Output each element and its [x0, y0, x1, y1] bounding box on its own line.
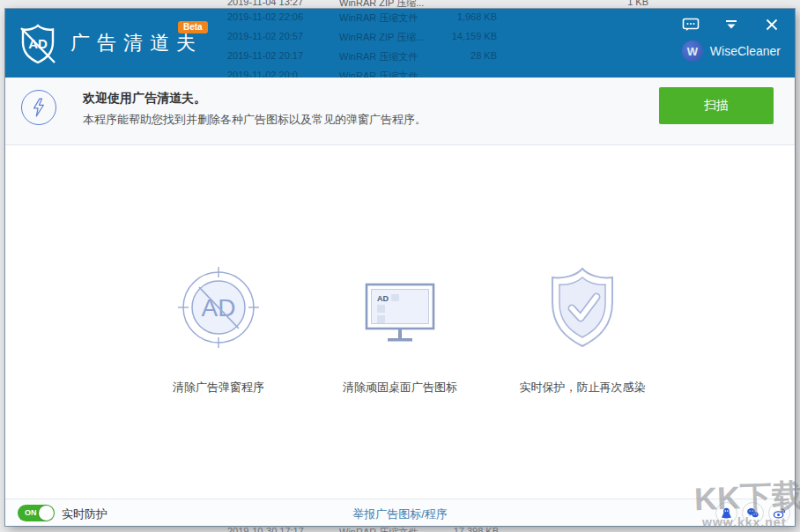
svg-text:AD: AD: [377, 294, 389, 303]
feature-label: 实时保护，防止再次感染: [477, 380, 688, 395]
beta-badge: Beta: [178, 21, 208, 33]
feature-label: 清除广告弹窗程序: [113, 380, 324, 395]
file-type: WinRAR 压缩文件: [339, 50, 418, 63]
minimize-icon[interactable]: [722, 16, 740, 33]
file-type: WinRAR 压缩文件: [339, 526, 418, 532]
file-size: 28 KB: [418, 50, 497, 61]
file-type: WinRAR 压缩文件: [339, 70, 418, 78]
qq-icon[interactable]: [715, 502, 737, 524]
wisecleaner-avatar: W: [682, 41, 703, 62]
status-bar: ON 实时防护 举报广告图标/程序: [5, 499, 795, 526]
lightning-bolt-icon: [21, 90, 56, 125]
brand-name: WiseCleaner: [710, 44, 781, 58]
file-date: 2019-11-02 20:0: [227, 70, 298, 78]
file-size: 14,159 KB: [418, 31, 497, 41]
feature-clean-desktop-icons: AD 清除顽固桌面广告图标: [294, 265, 506, 395]
welcome-subtitle: 本程序能帮助您找到并删除各种广告图标以及常见的弹窗广告程序。: [83, 112, 426, 128]
feature-label: 清除顽固桌面广告图标: [294, 380, 506, 395]
file-date: 2019-11-02 20:17: [227, 50, 303, 61]
welcome-title: 欢迎使用广告清道夫。: [83, 91, 206, 107]
file-size: 1,968 KB: [418, 11, 497, 22]
file-date: 2019-11-02 22:06: [227, 11, 303, 22]
ghost-file-row: 2019-11-02 22:06 WinRAR 压缩文件 1,968 KB: [5, 11, 795, 24]
file-size: 17,398 KB: [419, 526, 499, 532]
welcome-banner: 欢迎使用广告清道夫。 本程序能帮助您找到并删除各种广告图标以及常见的弹窗广告程序…: [5, 78, 795, 145]
file-size: 1 KB: [569, 0, 648, 7]
background-file-row-bottom: 2019-10-30 17:17 WinRAR 压缩文件 17,398 KB: [5, 526, 800, 532]
feedback-icon[interactable]: [682, 16, 700, 33]
file-date: 2019-10-30 17:17: [227, 526, 304, 532]
app-logo-shield-ad-icon: AD: [18, 23, 58, 65]
feature-realtime-protection: 实时保护，防止再次感染: [477, 265, 688, 395]
scan-button[interactable]: 扫描: [659, 87, 774, 124]
report-ad-link[interactable]: 举报广告图标/程序: [5, 506, 795, 522]
feature-clean-popup-ads: AD 清除广告弹窗程序: [113, 265, 324, 395]
title-bar: 2019-11-02 22:06 WinRAR 压缩文件 1,968 KB 20…: [5, 9, 795, 78]
ghost-file-row: 2019-11-02 20:0 WinRAR 压缩文件: [5, 70, 795, 78]
wechat-icon[interactable]: [742, 502, 764, 524]
file-type: WinRAR 压缩文件: [339, 11, 418, 25]
shield-check-icon: [540, 265, 625, 350]
background-file-row-top: 2019-11-04 13:27 WinRAR ZIP 压缩... 1 KB: [5, 0, 800, 9]
desktop-ad-icon: AD: [358, 265, 442, 350]
file-date: 2019-11-04 13:27: [227, 0, 303, 7]
weibo-icon[interactable]: [768, 502, 790, 524]
close-icon[interactable]: [763, 16, 781, 33]
file-type: WinRAR ZIP 压缩...: [339, 31, 424, 44]
no-ad-circle-icon: AD: [176, 265, 261, 350]
page-title: 广告清道夫: [70, 30, 203, 56]
app-window: 2019-11-02 22:06 WinRAR 压缩文件 1,968 KB 20…: [5, 9, 795, 526]
file-date: 2019-11-02 20:57: [227, 31, 303, 41]
brand-link[interactable]: W WiseCleaner: [682, 41, 781, 62]
main-content: AD 清除广告弹窗程序 AD 清除顽固桌面广告图标: [5, 145, 795, 499]
